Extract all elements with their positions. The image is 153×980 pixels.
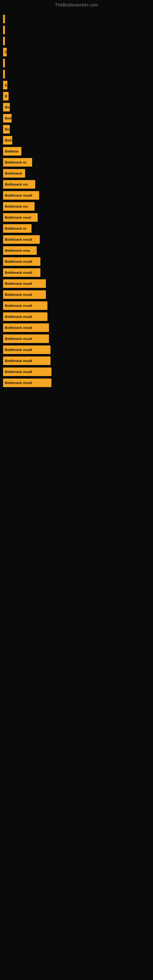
bar-label: Bottleneck resu <box>5 249 30 252</box>
bar-item: | <box>3 15 5 23</box>
bar-label: Bottleneck result <box>5 282 32 285</box>
bar-item: Bottleneck resul <box>3 213 38 222</box>
bar-label: Bottleneck re <box>5 161 26 164</box>
bar-row: | <box>3 37 153 45</box>
bar-label: Bott <box>5 116 12 120</box>
bar-label: Bottleneck result <box>5 348 32 352</box>
bar-row: Bottleneck result <box>3 379 153 387</box>
bar-row: Bo <box>3 103 153 111</box>
bar-item: Bo <box>3 103 10 111</box>
bar-label: Bottleneck re <box>5 227 26 230</box>
bar-row: Bottleneck result <box>3 323 153 332</box>
bar-item: E <box>3 81 7 89</box>
bar-row: Bottleneck result <box>3 334 153 343</box>
bar-row: B <box>3 92 153 100</box>
bar-label: Bottleneck result <box>5 381 32 385</box>
bar-row: Bottleneck result <box>3 368 153 376</box>
bar-item: Bottleneck result <box>3 379 51 387</box>
bar-item: Bottleneck result <box>3 323 49 332</box>
bar-label: Bottleneck resul <box>5 216 31 219</box>
bar-item: E <box>3 48 7 56</box>
bar-item: Bottleneck result <box>3 191 39 200</box>
bar-row: Bottlene <box>3 147 153 156</box>
bar-item: Bottleneck resu <box>3 246 37 255</box>
bar-row: Bottleneck result <box>3 356 153 365</box>
bar-item: Bottleneck result <box>3 368 51 376</box>
bar-item: Bott <box>3 136 12 145</box>
bar-label: Bottleneck res <box>5 205 28 208</box>
site-title: TheBottlenecker.com <box>0 0 153 9</box>
bar-label: Bottleneck result <box>5 271 32 274</box>
bar-label: Bottleneck result <box>5 337 32 340</box>
bar-row: Bo <box>3 125 153 134</box>
bar-item: Bottleneck <box>3 169 25 178</box>
bar-label: Bottleneck result <box>5 315 32 318</box>
bar-row: Bottleneck result <box>3 279 153 288</box>
bar-item: | <box>3 70 5 78</box>
bar-item: Bottleneck re <box>3 158 32 167</box>
bar-row: | <box>3 70 153 78</box>
bar-row: Bottleneck result <box>3 345 153 354</box>
bar-item: Bottlene <box>3 147 21 156</box>
bar-row: | <box>3 59 153 67</box>
bar-row: Bottleneck result <box>3 235 153 244</box>
bar-item: Bottleneck res <box>3 202 35 211</box>
bar-row: Bottleneck result <box>3 290 153 299</box>
bar-label: Bottleneck result <box>5 359 32 363</box>
bar-label: Bottleneck result <box>5 293 32 296</box>
bar-row: | <box>3 26 153 34</box>
bar-row: Bottleneck result <box>3 257 153 266</box>
bar-row: Bottleneck <box>3 169 153 178</box>
bar-item: Bottleneck result <box>3 257 40 266</box>
bar-row: Bottleneck re <box>3 224 153 233</box>
bar-item: Bottleneck res <box>3 180 35 189</box>
bar-item: Bottleneck result <box>3 235 40 244</box>
bar-row: E <box>3 48 153 56</box>
bar-item: Bottleneck result <box>3 312 48 321</box>
bar-row: Bottleneck re <box>3 158 153 167</box>
bar-row: Bottleneck result <box>3 268 153 277</box>
bar-row: Bottleneck result <box>3 301 153 310</box>
bar-label: Bottleneck result <box>5 326 32 329</box>
bar-label: Bo <box>5 127 10 131</box>
bar-label: Bott <box>5 138 12 142</box>
bar-row: Bottleneck result <box>3 312 153 321</box>
bar-item: | <box>3 26 5 34</box>
bar-row: Bottleneck res <box>3 180 153 189</box>
bar-row: Bottleneck resul <box>3 213 153 222</box>
bar-item: Bottleneck result <box>3 279 46 288</box>
bar-label: Bottleneck result <box>5 260 32 263</box>
bar-item: Bottleneck result <box>3 356 51 365</box>
bar-item: | <box>3 37 5 45</box>
bars-container: |||E||EBBoBottBoBottBottleneBottleneck r… <box>0 9 153 390</box>
bar-row: | <box>3 15 153 23</box>
bar-row: Bott <box>3 114 153 123</box>
bar-item: Bottleneck result <box>3 334 49 343</box>
bar-row: Bott <box>3 136 153 145</box>
bar-row: E <box>3 81 153 89</box>
bar-item: | <box>3 59 5 67</box>
bar-item: Bottleneck result <box>3 268 40 277</box>
bar-item: Bottleneck result <box>3 345 51 354</box>
bar-label: E <box>5 83 7 87</box>
bar-row: Bottleneck result <box>3 191 153 200</box>
bar-label: E <box>5 50 7 54</box>
bar-label: Bottlene <box>5 150 18 153</box>
bar-item: Bott <box>3 114 12 123</box>
bar-label: Bottleneck result <box>5 238 32 241</box>
bar-label: Bottleneck result <box>5 304 32 307</box>
bar-item: Bottleneck re <box>3 224 32 233</box>
bar-item: Bottleneck result <box>3 290 46 299</box>
bar-label: Bottleneck res <box>5 183 28 186</box>
bar-item: Bo <box>3 125 10 134</box>
bar-label: Bottleneck result <box>5 370 32 374</box>
bar-item: Bottleneck result <box>3 301 48 310</box>
bar-label: Bottleneck <box>5 172 22 175</box>
bar-label: Bottleneck result <box>5 194 32 197</box>
bar-row: Bottleneck resu <box>3 246 153 255</box>
bar-label: B <box>5 94 7 98</box>
bar-label: Bo <box>5 105 10 109</box>
bar-item: B <box>3 92 9 100</box>
bar-row: Bottleneck res <box>3 202 153 211</box>
